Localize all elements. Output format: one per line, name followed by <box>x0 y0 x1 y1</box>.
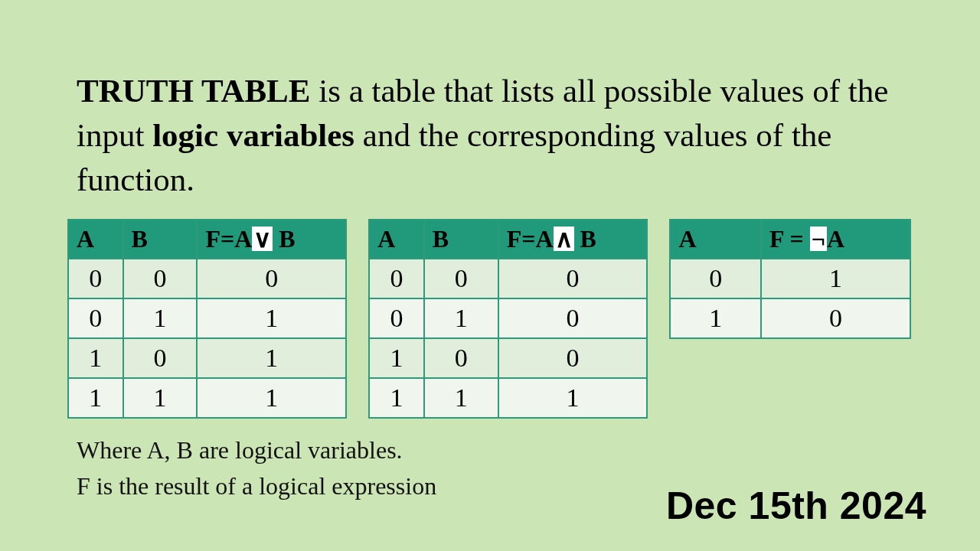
table-row: 0 1 1 <box>68 298 346 338</box>
and-operator-icon: ∧ <box>554 227 574 251</box>
col-header-a: A <box>68 220 123 259</box>
truth-table-not: A F = ¬A 0 1 1 0 <box>669 219 911 339</box>
col-header-b: B <box>424 220 498 259</box>
table-row: 0 1 0 <box>369 298 647 338</box>
tables-row: A B F=A∨ B 0 0 0 0 1 1 <box>67 219 911 419</box>
col-header-f-or: F=A∨ B <box>197 220 346 259</box>
definition-lead-bold: TRUTH TABLE <box>77 73 310 109</box>
table-row: 1 0 0 <box>369 338 647 378</box>
table-row: 0 1 <box>670 259 910 298</box>
footer-line1: Where A, B are logical variables. <box>77 432 911 468</box>
truth-table-and: A B F=A∧ B 0 0 0 0 1 0 <box>368 219 648 419</box>
definition-mid-bold: logic variables <box>152 117 354 153</box>
slide-root: TRUTH TABLE is a table that lists all po… <box>0 0 980 551</box>
table-header-row: A B F=A∨ B <box>68 220 346 259</box>
table-row: 0 0 0 <box>369 259 647 298</box>
table-row: 1 0 <box>670 298 910 338</box>
table-row: 1 1 1 <box>369 378 647 418</box>
col-header-a: A <box>369 220 424 259</box>
col-header-a: A <box>670 220 761 259</box>
table-header-row: A B F=A∧ B <box>369 220 647 259</box>
table-header-row: A F = ¬A <box>670 220 910 259</box>
date-stamp: Dec 15th 2024 <box>666 484 926 528</box>
or-operator-icon: ∨ <box>252 227 273 251</box>
table-row: 0 0 0 <box>68 259 346 298</box>
truth-table-or: A B F=A∨ B 0 0 0 0 1 1 <box>67 219 347 419</box>
table-row: 1 0 1 <box>68 338 346 378</box>
col-header-b: B <box>123 220 198 259</box>
not-operator-icon: ¬ <box>810 227 827 251</box>
definition-text: TRUTH TABLE is a table that lists all po… <box>77 69 911 202</box>
col-header-f-not: F = ¬A <box>761 220 910 259</box>
table-row: 1 1 1 <box>68 378 346 418</box>
col-header-f-and: F=A∧ B <box>498 220 648 259</box>
